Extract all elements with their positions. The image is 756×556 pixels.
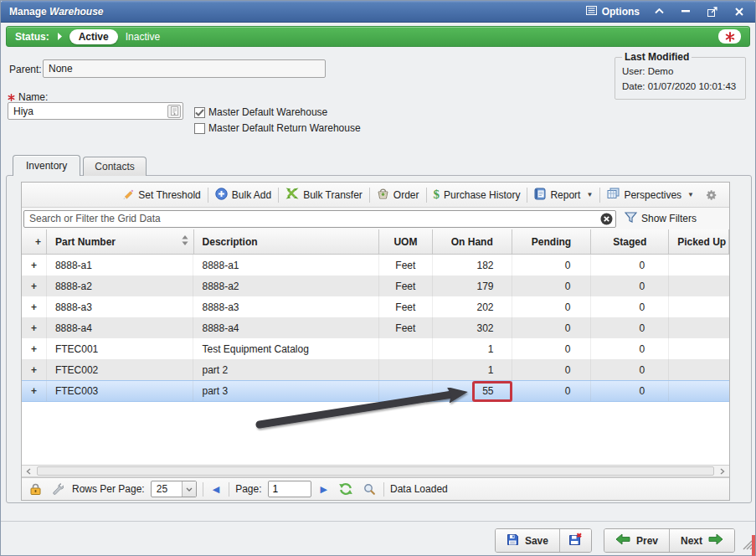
cell-picked-up [669,255,729,275]
prev-button[interactable]: Prev [604,529,669,552]
report-icon [534,188,546,203]
cell-part-number: 8888-a1 [47,255,194,275]
close-icon[interactable] [732,5,747,18]
page-label: Page: [235,483,261,495]
funnel-icon [625,212,637,225]
row-expand-button[interactable]: + [22,317,47,338]
status-arrow-icon [57,31,62,43]
cell-pending: 0 [512,317,592,338]
inventory-panel: Set Threshold Bulk Add Bulk Transfer Ord… [6,175,752,503]
column-header-part-number[interactable]: Part Number [47,229,194,254]
minimize-icon[interactable] [678,5,693,18]
cell-picked-up [669,381,729,401]
row-expand-button[interactable]: + [22,359,47,380]
set-threshold-button[interactable]: Set Threshold [115,186,208,204]
search-input[interactable] [23,210,616,228]
table-row[interactable]: + 8888-a1 8888-a1 Feet 182 0 0 [22,255,729,275]
cell-on-hand: 55 [433,381,512,401]
column-header-uom[interactable]: UOM [379,229,433,254]
status-active-toggle[interactable]: Active [69,29,118,44]
clear-search-icon[interactable] [600,213,613,225]
cell-uom [379,359,433,380]
bottom-separator [1,521,755,522]
save-cancel-button[interactable] [559,529,591,552]
name-field-picker-icon[interactable] [167,105,181,118]
cell-on-hand: 202 [433,296,512,317]
show-filters-button[interactable]: Show Filters [625,212,697,225]
next-arrow-icon [708,533,723,548]
magnifier-icon[interactable] [361,483,378,495]
cell-description: 8888-a4 [193,317,378,338]
tab-contacts[interactable]: Contacts [83,157,146,176]
asterisk-icon [725,32,735,42]
status-bar: Status: Active Inactive [6,26,750,47]
row-expand-button[interactable]: + [22,338,47,359]
bulk-transfer-button[interactable]: Bulk Transfer [279,186,369,204]
row-expand-button[interactable]: + [22,255,47,275]
horizontal-scrollbar[interactable] [22,465,729,477]
row-expand-button[interactable]: + [22,296,47,317]
status-inactive-toggle[interactable]: Inactive [126,31,160,43]
column-header-picked-up[interactable]: Picked Up [669,229,729,254]
table-row[interactable]: + 8888-a2 8888-a2 Feet 179 0 0 [22,275,729,296]
grid-settings-gear-icon[interactable] [701,189,726,201]
bulk-add-button[interactable]: Bulk Add [208,186,278,204]
table-row[interactable]: + FTEC002 part 2 1 0 0 [22,359,729,380]
column-header-staged[interactable]: Staged [591,229,669,254]
name-field[interactable]: Hiya [8,102,183,120]
master-default-return-warehouse-checkbox[interactable]: Master Default Return Warehouse [194,122,361,134]
cell-on-hand: 1 [433,359,512,380]
collapse-icon[interactable] [651,5,666,18]
column-header-description[interactable]: Description [194,229,379,254]
order-button[interactable]: Order [370,186,426,204]
report-button[interactable]: Report ▼ [527,186,599,204]
search-row: Show Filters [22,208,729,229]
scrollbar-thumb[interactable] [37,466,714,476]
column-header-pending[interactable]: Pending [512,229,592,254]
options-list-icon [586,6,597,18]
rows-per-page-select[interactable]: 25 [151,481,197,497]
refresh-icon[interactable] [337,483,355,495]
last-modified-title: Last Modified [622,51,692,63]
save-cancel-floppy-icon [568,533,583,548]
purchase-history-button[interactable]: $ Purchase History [427,186,527,204]
save-button[interactable]: Save [496,529,559,552]
row-expand-button[interactable]: + [22,275,47,296]
cell-staged: 0 [591,381,669,401]
lock-icon[interactable] [28,483,44,495]
next-page-icon[interactable]: ▶ [317,484,331,495]
wrench-icon[interactable] [49,483,66,495]
sort-icon[interactable] [182,235,188,248]
page-number-input[interactable] [268,481,311,497]
last-modified-date: Date: 01/07/2020 10:01:43 [622,80,738,95]
cell-pending: 0 [512,296,592,317]
cell-uom: Feet [379,275,433,296]
next-button[interactable]: Next [669,529,734,552]
scroll-left-icon[interactable] [22,466,35,476]
cell-staged: 0 [591,317,669,338]
grid-body: + 8888-a1 8888-a1 Feet 182 0 0 + 8888-a2… [22,255,729,402]
options-label: Options [602,6,640,18]
table-row[interactable]: + 8888-a3 8888-a3 Feet 202 0 0 [22,296,729,317]
required-asterisk-button[interactable] [718,29,741,44]
perspectives-button[interactable]: Perspectives ▼ [600,186,701,204]
cell-on-hand: 302 [433,317,512,338]
master-default-warehouse-checkbox[interactable]: Master Default Warehouse [194,106,327,118]
table-row[interactable]: + FTEC001 Test Equipment Catalog 1 0 0 [22,338,729,359]
column-header-expand[interactable]: + [22,229,47,254]
scroll-right-icon[interactable] [716,466,729,476]
cell-part-number: FTEC002 [47,359,194,380]
tab-inventory[interactable]: Inventory [13,155,80,176]
required-asterisk-icon [8,94,15,101]
plus-circle-icon [215,188,228,203]
popout-icon[interactable] [705,5,720,18]
table-row[interactable]: + 8888-a4 8888-a4 Feet 302 0 0 [22,317,729,338]
previous-page-icon[interactable]: ◀ [209,484,223,495]
column-header-on-hand[interactable]: On Hand [433,229,512,254]
cell-pending: 0 [512,338,592,359]
parent-field[interactable]: None [43,59,326,78]
row-expand-button[interactable]: + [22,381,47,401]
options-button[interactable]: Options [586,6,640,18]
table-row[interactable]: + FTEC003 part 3 55 0 0 [22,380,729,402]
cell-staged: 0 [591,275,669,296]
